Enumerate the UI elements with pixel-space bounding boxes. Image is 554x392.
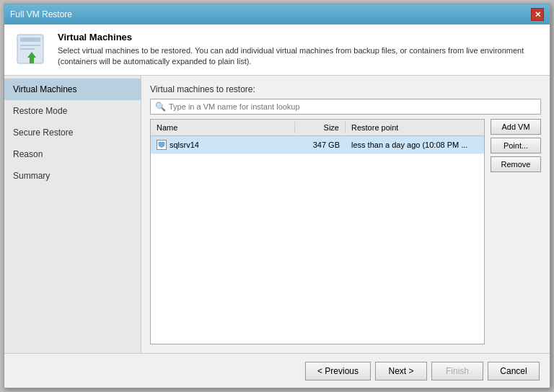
content-area: Virtual machines to restore: 🔍 Name Size… [141, 76, 550, 353]
vm-restore-icon [14, 32, 49, 66]
svg-rect-2 [20, 45, 40, 46]
cell-restore-point: less than a day ago (10:08 PM ... [346, 139, 484, 151]
col-restore: Restore point [346, 122, 484, 133]
header-title: Virtual Machines [58, 32, 540, 43]
search-input[interactable] [169, 102, 536, 111]
sidebar-item-secure-restore[interactable]: Secure Restore [4, 122, 141, 143]
close-icon: ✕ [535, 10, 541, 19]
footer: < Previous Next > Finish Cancel [4, 353, 550, 388]
search-box[interactable]: 🔍 [150, 99, 541, 115]
svg-rect-6 [160, 146, 163, 148]
finish-button[interactable]: Finish [431, 362, 483, 380]
title-bar: Full VM Restore ✕ [4, 4, 550, 24]
cell-size: 347 GB [295, 139, 346, 151]
vm-icon [157, 140, 167, 150]
remove-button[interactable]: Remove [491, 156, 541, 172]
svg-rect-3 [20, 48, 35, 50]
vm-table: Name Size Restore point [150, 119, 485, 344]
main-window: Full VM Restore ✕ Virtual Machines Selec… [4, 4, 550, 388]
cell-name: sqlsrv14 [151, 138, 295, 151]
table-header: Name Size Restore point [151, 120, 484, 136]
col-size: Size [295, 122, 346, 133]
header-text: Virtual Machines Select virtual machines… [58, 32, 540, 68]
previous-button[interactable]: < Previous [305, 362, 371, 380]
svg-rect-5 [159, 142, 164, 146]
cancel-button[interactable]: Cancel [488, 362, 540, 380]
section-label: Virtual machines to restore: [150, 84, 541, 94]
sidebar-item-restore-mode[interactable]: Restore Mode [4, 100, 141, 122]
col-name: Name [151, 122, 295, 133]
sidebar: Virtual Machines Restore Mode Secure Res… [4, 76, 141, 353]
next-button[interactable]: Next > [375, 362, 427, 380]
sidebar-item-summary[interactable]: Summary [4, 165, 141, 187]
search-icon: 🔍 [155, 102, 166, 112]
header-icon [14, 32, 49, 66]
close-button[interactable]: ✕ [531, 8, 544, 21]
table-row[interactable]: sqlsrv14 347 GB less than a day ago (10:… [151, 136, 484, 154]
main-content: Virtual Machines Restore Mode Secure Res… [4, 76, 550, 353]
header-description: Select virtual machines to be restored. … [58, 45, 540, 68]
point-button[interactable]: Point... [491, 138, 541, 153]
right-buttons: Add VM Point... Remove [491, 119, 541, 344]
table-body: sqlsrv14 347 GB less than a day ago (10:… [151, 136, 484, 344]
window-title: Full VM Restore [10, 9, 72, 19]
header-section: Virtual Machines Select virtual machines… [4, 24, 550, 76]
add-vm-button[interactable]: Add VM [491, 119, 541, 135]
sidebar-item-reason[interactable]: Reason [4, 143, 141, 165]
sidebar-item-virtual-machines[interactable]: Virtual Machines [4, 79, 141, 100]
svg-rect-1 [20, 37, 40, 42]
